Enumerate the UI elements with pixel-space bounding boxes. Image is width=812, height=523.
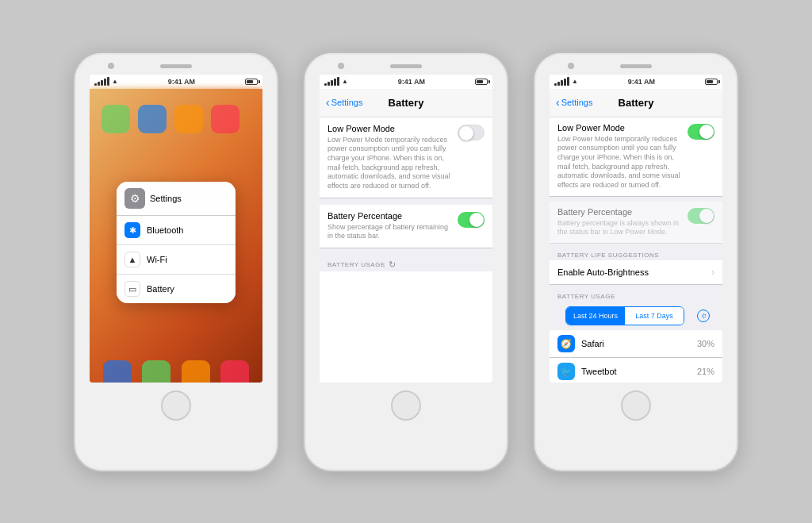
clock-icon: ⏱ bbox=[697, 310, 710, 322]
safari-info: Safari bbox=[581, 339, 691, 348]
menu-item-bluetooth[interactable]: ✱ Bluetooth bbox=[117, 216, 236, 245]
settings-gear-icon: ⚙ bbox=[124, 188, 145, 209]
dock-icon-1 bbox=[103, 360, 132, 383]
section-low-power-3: Low Power Mode Low Power Mode temporaril… bbox=[550, 117, 722, 197]
app-grid-top bbox=[102, 105, 239, 133]
battery-label: Battery bbox=[147, 284, 174, 294]
safari-icon: 🧭 bbox=[557, 335, 575, 352]
battery-pct-toggle-2[interactable] bbox=[458, 212, 485, 228]
battery-pct-cell-3: Battery Percentage Battery percentage is… bbox=[550, 202, 722, 244]
battery-usage-text-2: BATTERY USAGE bbox=[327, 261, 385, 268]
bluetooth-label: Bluetooth bbox=[147, 225, 183, 235]
signal-bars-1 bbox=[94, 77, 109, 86]
auto-brightness-cell[interactable]: Enable Auto-Brightness › bbox=[550, 260, 722, 285]
safari-name: Safari bbox=[581, 339, 691, 348]
low-power-toggle-2[interactable] bbox=[458, 125, 485, 140]
tab-7d[interactable]: Last 7 Days bbox=[625, 307, 684, 325]
status-time-2: 9:41 AM bbox=[398, 78, 425, 86]
battery-fill-1 bbox=[247, 80, 253, 83]
low-power-cell-2: Low Power Mode Low Power Mode temporaril… bbox=[320, 117, 492, 198]
battery-pct-sublabel-2: Show percentage of battery remaining in … bbox=[327, 223, 453, 241]
speaker-3 bbox=[620, 64, 652, 68]
app-icon-3 bbox=[174, 105, 203, 133]
tab-7d-label: Last 7 Days bbox=[635, 312, 673, 320]
section-pct-2: Battery Percentage Show percentage of ba… bbox=[320, 205, 492, 248]
separator-2 bbox=[320, 198, 492, 205]
phone-2: ▲ 9:41 AM ‹ Settings Battery Low bbox=[303, 52, 509, 472]
app-row-tweetbot: 🐦 Tweetbot 21% bbox=[550, 358, 722, 383]
status-left-1: ▲ bbox=[94, 77, 118, 86]
low-power-info-2: Low Power Mode Low Power Mode temporaril… bbox=[327, 124, 453, 191]
battery-pct-info-2: Battery Percentage Show percentage of ba… bbox=[327, 211, 453, 241]
nav-bar-2: ‹ Settings Battery bbox=[320, 89, 492, 117]
phone-3-screen: ▲ 9:41 AM ‹ Settings Battery Low bbox=[550, 75, 722, 383]
back-button-2[interactable]: ‹ Settings bbox=[326, 96, 362, 109]
phone-2-screen: ▲ 9:41 AM ‹ Settings Battery Low bbox=[320, 75, 492, 383]
menu-item-wifi[interactable]: ▲ Wi-Fi bbox=[117, 245, 236, 275]
front-camera-1 bbox=[108, 63, 114, 69]
auto-brightness-label: Enable Auto-Brightness bbox=[557, 267, 649, 277]
battery-pct-toggle-3 bbox=[688, 208, 714, 224]
tweetbot-pct: 21% bbox=[697, 367, 714, 376]
low-power-sublabel-2: Low Power Mode temporarily reduces power… bbox=[327, 136, 453, 191]
dock-icon-2 bbox=[142, 360, 170, 383]
section-pct-3: Battery Percentage Battery percentage is… bbox=[550, 202, 722, 244]
battery-icon-1 bbox=[245, 79, 258, 85]
status-bar-3: ▲ 9:41 AM bbox=[550, 75, 722, 89]
tweetbot-icon: 🐦 bbox=[557, 363, 575, 380]
tweetbot-name: Tweetbot bbox=[581, 367, 691, 376]
segment-control: Last 24 Hours Last 7 Days bbox=[565, 306, 684, 325]
safari-pct: 30% bbox=[697, 339, 714, 348]
signal-bars-3 bbox=[554, 77, 569, 86]
low-power-cell-3: Low Power Mode Low Power Mode temporaril… bbox=[550, 117, 722, 197]
app-icon-2 bbox=[138, 105, 167, 133]
dock-icon-4 bbox=[220, 360, 249, 383]
home-button-2[interactable] bbox=[391, 390, 421, 421]
low-power-info-3: Low Power Mode Low Power Mode temporaril… bbox=[557, 123, 683, 190]
battery-icon-3 bbox=[705, 79, 718, 85]
status-left-3: ▲ bbox=[554, 77, 578, 86]
home-button-3[interactable] bbox=[621, 390, 651, 421]
battery-pct-label-3: Battery Percentage bbox=[557, 207, 683, 217]
app-icon-4 bbox=[211, 105, 239, 133]
status-bar-1: ▲ 9:41 AM bbox=[90, 75, 262, 89]
life-suggestions-header: BATTERY LIFE SUGGESTIONS bbox=[550, 248, 722, 260]
speaker-2 bbox=[390, 64, 422, 68]
wifi-icon-3: ▲ bbox=[572, 78, 578, 85]
wifi-icon-2: ▲ bbox=[342, 78, 348, 85]
app-list: 🧭 Safari 30% 🐦 Tweetbot 21% bbox=[550, 330, 722, 383]
status-left-2: ▲ bbox=[324, 77, 348, 86]
low-power-sublabel-3: Low Power Mode temporarily reduces power… bbox=[557, 135, 683, 190]
separator-2b bbox=[320, 248, 492, 255]
battery-icon-2 bbox=[475, 79, 488, 85]
back-label-3: Settings bbox=[561, 98, 593, 107]
phone-2-top bbox=[304, 53, 508, 68]
context-menu-header: ⚙ Settings bbox=[117, 182, 236, 216]
chevron-right-icon: › bbox=[711, 267, 714, 278]
homescreen: ⚙ Settings ✱ Bluetooth ▲ Wi-Fi ▭ Battery bbox=[90, 89, 262, 383]
battery-pct-sublabel-3: Battery percentage is always shown in th… bbox=[557, 219, 683, 237]
app-row-safari: 🧭 Safari 30% bbox=[550, 330, 722, 358]
status-right-3 bbox=[705, 79, 718, 85]
low-power-toggle-3[interactable] bbox=[688, 124, 714, 140]
battery-pct-cell-2: Battery Percentage Show percentage of ba… bbox=[320, 205, 492, 248]
tab-24h[interactable]: Last 24 Hours bbox=[566, 307, 625, 325]
context-menu: ⚙ Settings ✱ Bluetooth ▲ Wi-Fi ▭ Battery bbox=[117, 182, 236, 303]
tweetbot-info: Tweetbot bbox=[581, 367, 691, 376]
status-time-1: 9:41 AM bbox=[168, 78, 195, 86]
wifi-icon-menu: ▲ bbox=[124, 252, 140, 267]
low-power-label-2: Low Power Mode bbox=[327, 124, 453, 133]
status-right-2 bbox=[475, 79, 488, 85]
front-camera-3 bbox=[568, 63, 574, 69]
phone-1-top bbox=[75, 53, 278, 68]
phone-1-screen: ▲ 9:41 AM ⚙ Settings bbox=[90, 75, 262, 383]
menu-item-battery[interactable]: ▭ Battery bbox=[117, 275, 236, 303]
home-button-1[interactable] bbox=[161, 390, 191, 421]
back-button-3[interactable]: ‹ Settings bbox=[556, 96, 592, 109]
tab-24h-label: Last 24 Hours bbox=[573, 312, 618, 320]
battery-pct-info-3: Battery Percentage Battery percentage is… bbox=[557, 207, 683, 237]
wifi-icon-1: ▲ bbox=[112, 78, 118, 85]
status-right-1 bbox=[245, 79, 258, 85]
nav-bar-3: ‹ Settings Battery bbox=[550, 89, 722, 117]
signal-bars-2 bbox=[324, 77, 339, 86]
